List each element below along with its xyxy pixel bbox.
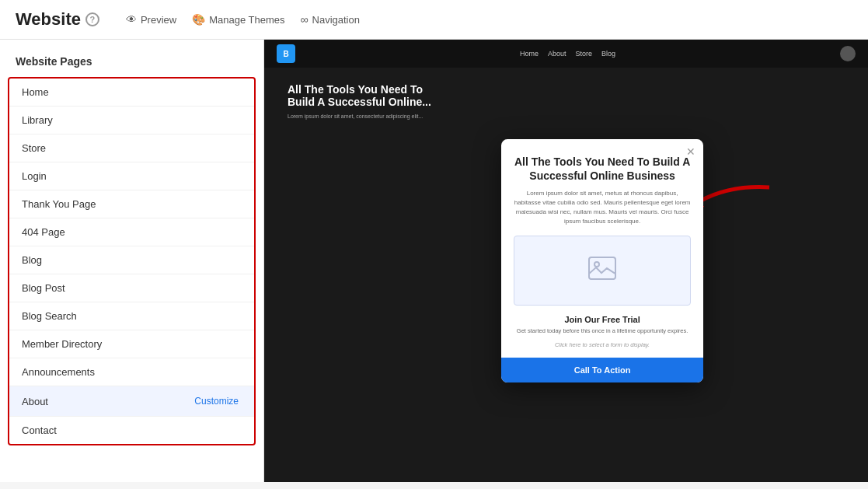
page-item-404[interactable]: 404 Page <box>9 218 254 246</box>
page-title: Website ? <box>16 9 99 30</box>
page-item-login-label: Login <box>22 170 47 182</box>
mock-avatar <box>840 46 856 61</box>
page-item-blog-label: Blog <box>22 254 42 266</box>
pages-list: Home Library Store Login Thank You Page … <box>8 77 256 445</box>
popup-join-desc: Get started today before this once in a … <box>514 327 691 336</box>
page-item-store[interactable]: Store <box>9 134 254 162</box>
navigation-label: Navigation <box>312 14 360 26</box>
mock-header: B Home About Store Blog <box>264 40 868 68</box>
page-item-about[interactable]: About Customize <box>9 386 254 417</box>
preview-area: B Home About Store Blog All The Tools Yo… <box>264 40 868 482</box>
page-item-blog-search-label: Blog Search <box>22 310 77 322</box>
page-item-announcements-label: Announcements <box>22 366 95 378</box>
popup-form-placeholder: Click here to select a form to display. <box>514 341 691 348</box>
page-item-thank-you[interactable]: Thank You Page <box>9 190 254 218</box>
mock-logo: B <box>277 44 295 63</box>
manage-themes-label: Manage Themes <box>209 14 284 26</box>
sidebar-title: Website Pages <box>0 55 263 77</box>
mock-sub-text: Lorem ipsum dolor sit amet, consectetur … <box>288 113 427 121</box>
mock-hero-text: All The Tools You Need To Build A Succes… <box>288 83 443 108</box>
image-placeholder-icon <box>588 257 616 285</box>
main-content: Website Pages Home Library Store Login T… <box>0 40 868 482</box>
navigation-action[interactable]: ∞ Navigation <box>301 13 360 26</box>
svg-rect-1 <box>589 257 615 279</box>
help-icon[interactable]: ? <box>85 12 99 26</box>
page-item-contact-label: Contact <box>22 424 57 436</box>
preview-action[interactable]: 👁 Preview <box>126 13 176 26</box>
page-item-blog-post-label: Blog Post <box>22 282 65 294</box>
mock-nav-item: Blog <box>601 50 615 58</box>
popup-join-title: Join Our Free Trial <box>514 315 691 324</box>
navigation-icon: ∞ <box>301 13 309 26</box>
mock-nav-item: Home <box>520 50 539 58</box>
page-title-text: Website <box>16 9 81 30</box>
popup-modal: ✕ All The Tools You Need To Build A Succ… <box>501 139 703 383</box>
page-item-announcements[interactable]: Announcements <box>9 358 254 386</box>
popup-close-button[interactable]: ✕ <box>686 145 695 158</box>
top-actions: 👁 Preview 🎨 Manage Themes ∞ Navigation <box>126 13 360 26</box>
customize-button[interactable]: Customize <box>191 394 242 408</box>
page-item-store-label: Store <box>22 142 46 154</box>
popup-image-placeholder <box>514 236 691 306</box>
page-item-home[interactable]: Home <box>9 79 254 107</box>
mock-nav: Home About Store Blog <box>520 50 615 58</box>
preview-label: Preview <box>141 14 176 26</box>
manage-themes-action[interactable]: 🎨 Manage Themes <box>192 13 284 26</box>
popup-cta-button[interactable]: Call To Action <box>501 358 703 382</box>
popup-title: All The Tools You Need To Build A Succes… <box>514 155 691 183</box>
top-bar: Website ? 👁 Preview 🎨 Manage Themes ∞ Na… <box>0 0 868 40</box>
themes-icon: 🎨 <box>192 13 205 26</box>
mock-body: All The Tools You Need To Build A Succes… <box>264 68 868 136</box>
page-item-contact[interactable]: Contact <box>9 417 254 444</box>
sidebar: Website Pages Home Library Store Login T… <box>0 40 264 482</box>
page-item-member-directory-label: Member Directory <box>22 338 102 350</box>
page-item-about-label: About <box>22 396 48 407</box>
svg-point-2 <box>594 262 599 267</box>
page-item-library[interactable]: Library <box>9 107 254 134</box>
preview-icon: 👁 <box>126 13 137 26</box>
page-item-login[interactable]: Login <box>9 162 254 190</box>
mock-nav-item: Store <box>576 50 593 58</box>
popup-description: Lorem ipsum dolor sit amet, metus at rho… <box>514 189 691 226</box>
page-item-library-label: Library <box>22 114 53 126</box>
page-item-blog-post[interactable]: Blog Post <box>9 274 254 302</box>
page-item-blog[interactable]: Blog <box>9 246 254 274</box>
page-item-member-directory[interactable]: Member Directory <box>9 330 254 358</box>
popup-content: All The Tools You Need To Build A Succes… <box>501 139 703 349</box>
page-item-home-label: Home <box>22 86 49 98</box>
page-item-404-label: 404 Page <box>22 226 65 238</box>
mock-nav-item: About <box>548 50 566 58</box>
page-item-blog-search[interactable]: Blog Search <box>9 302 254 330</box>
page-item-thank-you-label: Thank You Page <box>22 198 96 210</box>
